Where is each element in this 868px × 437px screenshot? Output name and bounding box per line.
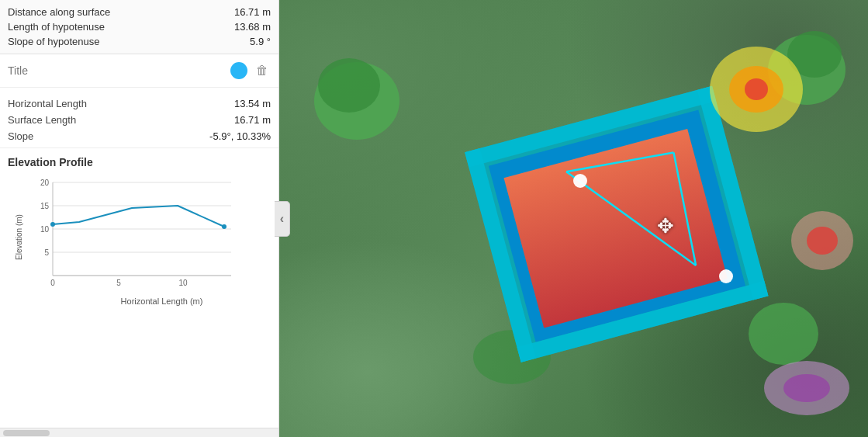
svg-text:15: 15: [40, 202, 50, 210]
profile-title: Elevation Profile: [8, 156, 271, 168]
svg-text:0: 0: [50, 279, 55, 287]
elevation-chart-svg: 20 15 10 5 0 5 10: [29, 175, 239, 295]
summary-label-2: Slope of hypotenuse: [8, 36, 100, 47]
y-axis-label: Elevation (m): [15, 214, 23, 260]
details-value-1: 16.71 m: [234, 114, 271, 126]
svg-text:5: 5: [116, 279, 121, 287]
svg-text:10: 10: [40, 225, 50, 234]
details-value-0: 13.54 m: [234, 98, 271, 109]
x-axis-label: Horizontal Length (m): [53, 297, 271, 306]
svg-text:10: 10: [178, 279, 188, 287]
svg-text:5: 5: [44, 248, 49, 257]
svg-text:✥: ✥: [657, 214, 674, 238]
measure-point-2: [719, 269, 733, 283]
details-row-2: Slope -5.9°, 10.33%: [8, 128, 271, 144]
svg-text:20: 20: [40, 179, 50, 187]
details-row-1: Surface Length 16.71 m: [8, 112, 271, 128]
svg-point-31: [807, 227, 838, 255]
profile-section: Elevation Profile Elevation (m): [0, 148, 278, 428]
summary-label-1: Length of hypotenuse: [8, 21, 105, 33]
collapse-panel-button[interactable]: ‹: [275, 201, 290, 237]
svg-point-33: [783, 374, 830, 402]
color-circle[interactable]: [230, 62, 247, 79]
left-panel: Distance along surface 16.71 m Length of…: [0, 0, 279, 437]
map-panel[interactable]: ✥: [279, 0, 868, 437]
details-label-0: Horizontal Length: [8, 98, 87, 109]
summary-row-1: Length of hypotenuse 13.68 m: [8, 19, 271, 34]
title-section: 🗑: [0, 54, 278, 88]
elevation-line: [53, 206, 224, 227]
summary-section: Distance along surface 16.71 m Length of…: [0, 0, 278, 54]
heatmap-overlay: ✥: [279, 0, 868, 437]
svg-point-29: [745, 78, 768, 100]
chart-dot-1: [222, 224, 227, 229]
scroll-thumb: [3, 430, 50, 436]
details-section: Horizontal Length 13.54 m Surface Length…: [0, 88, 278, 148]
summary-row-0: Distance along surface 16.71 m: [8, 5, 271, 19]
summary-value-0: 16.71 m: [234, 6, 271, 18]
scroll-bar[interactable]: [0, 428, 278, 437]
measure-point-1: [573, 174, 587, 188]
summary-row-2: Slope of hypotenuse 5.9 °: [8, 34, 271, 49]
trash-icon[interactable]: 🗑: [254, 62, 271, 79]
summary-label-0: Distance along surface: [8, 6, 110, 18]
details-row-0: Horizontal Length 13.54 m: [8, 95, 271, 112]
details-value-2: -5.9°, 10.33%: [209, 130, 271, 142]
summary-value-2: 5.9 °: [250, 36, 271, 47]
chart-dot-0: [50, 222, 55, 227]
svg-point-18: [749, 303, 818, 365]
svg-point-15: [318, 58, 380, 113]
summary-value-1: 13.68 m: [234, 21, 271, 33]
details-label-2: Slope: [8, 130, 33, 142]
details-label-1: Surface Length: [8, 114, 76, 126]
title-input[interactable]: [8, 64, 224, 77]
